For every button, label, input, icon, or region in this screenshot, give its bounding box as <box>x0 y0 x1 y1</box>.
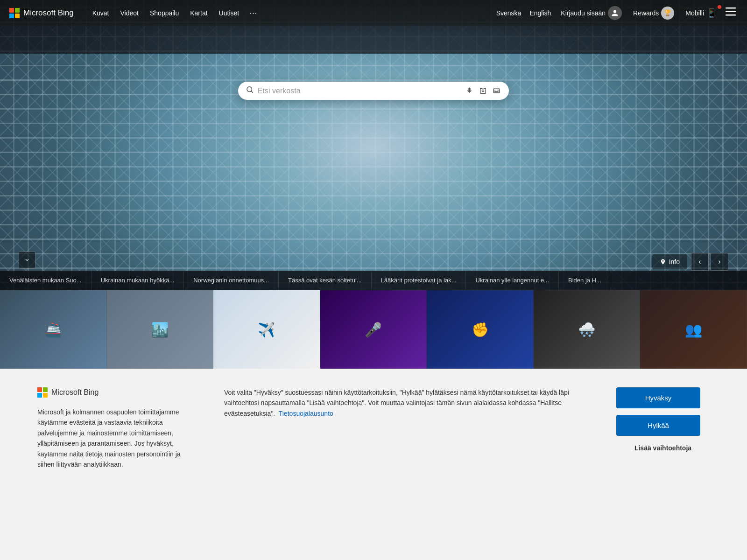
more-options-link[interactable]: Lisää vaihtoehtoja <box>616 444 710 452</box>
cookie-logo-yellow <box>43 393 48 398</box>
cookie-logo-text: Microsoft Bing <box>51 388 99 397</box>
news-card-img-1: 🏙️ <box>107 290 213 369</box>
news-card-5[interactable]: 🌨️ <box>534 290 641 369</box>
info-bar: Info ‹ › <box>652 253 728 271</box>
headline-5[interactable]: Ukrainan ylle langennut e... <box>466 271 559 290</box>
nav-shoppailu[interactable]: Shoppailu <box>145 7 183 20</box>
logo-text: Microsoft Bing <box>23 8 74 18</box>
news-card-4[interactable]: ✊ <box>427 290 534 369</box>
news-cards: 🚢 🏙️ ✈️ 🎤 ✊ 🌨️ 👥 <box>0 290 747 369</box>
microphone-button[interactable] <box>465 86 474 96</box>
keyboard-button[interactable] <box>492 86 501 96</box>
svg-rect-0 <box>726 7 736 9</box>
cookie-left: Microsoft Bing Microsoft ja kolmannen os… <box>37 387 196 469</box>
hero-section: Microsoft Bing Kuvat Videot Shoppailu Ka… <box>0 0 747 369</box>
search-actions <box>465 86 501 96</box>
scroll-down-button[interactable] <box>19 252 35 268</box>
nav-arrows: ‹ › <box>691 253 728 271</box>
info-label: Info <box>669 258 680 266</box>
camera-search-button[interactable] <box>478 86 488 96</box>
news-card-img-3: 🎤 <box>320 290 427 369</box>
signin-label: Kirjaudu sisään <box>561 9 606 17</box>
privacy-policy-link[interactable]: Tietosuojalausunto <box>279 410 333 417</box>
hamburger-menu-icon[interactable] <box>724 6 738 20</box>
accept-button[interactable]: Hyväksy <box>616 387 700 408</box>
svg-rect-2 <box>726 14 736 16</box>
search-box <box>238 82 509 100</box>
nav-more-icon[interactable]: ··· <box>246 6 261 20</box>
cookie-right: Hyväksy Hylkää Lisää vaihtoehtoja <box>616 387 710 452</box>
headline-3[interactable]: Tässä ovat kesän soitetui... <box>279 271 372 290</box>
signin-button[interactable]: Kirjaudu sisään <box>557 4 626 22</box>
logo-green <box>15 8 20 13</box>
avatar-icon <box>608 6 622 20</box>
news-card-img-4: ✊ <box>427 290 533 369</box>
cookie-bing-logo-grid <box>37 387 48 398</box>
decline-button[interactable]: Hylkää <box>616 415 700 436</box>
news-card-6[interactable]: 👥 <box>640 290 747 369</box>
navbar-right: Svenska English Kirjaudu sisään Rewards … <box>493 4 738 22</box>
rewards-trophy-icon: 🏆 <box>661 7 674 20</box>
nav-kartat[interactable]: Kartat <box>185 7 212 20</box>
headline-0[interactable]: Venäläisten mukaan Suo... <box>0 271 92 290</box>
news-card-1[interactable]: 🏙️ <box>107 290 214 369</box>
search-icon <box>246 85 254 96</box>
lang-svenska[interactable]: Svenska <box>493 7 524 19</box>
news-headlines: Venäläisten mukaan Suo... Ukrainan mukaa… <box>0 271 747 290</box>
cookie-middle-body: Voit valita "Hyväksy" suostuessasi näihi… <box>224 389 569 417</box>
mobile-button[interactable]: Mobilli 📱 <box>681 6 721 21</box>
cookie-logo-red <box>37 387 42 392</box>
cookie-section: Microsoft Bing Microsoft ja kolmannen os… <box>0 369 747 560</box>
mobile-phone-icon: 📱 <box>706 8 717 18</box>
bing-logo-grid <box>9 8 20 18</box>
headline-4[interactable]: Lääkärit protestoivat ja lak... <box>372 271 466 290</box>
next-arrow-button[interactable]: › <box>711 253 728 271</box>
news-card-img-0: 🚢 <box>0 290 106 369</box>
info-location-button[interactable]: Info <box>652 254 687 269</box>
news-strip: Venäläisten mukaan Suo... Ukrainan mukaa… <box>0 271 747 369</box>
news-card-0[interactable]: 🚢 <box>0 290 107 369</box>
lang-english[interactable]: English <box>527 7 554 19</box>
nav-kuvat[interactable]: Kuvat <box>88 7 114 20</box>
search-container <box>238 82 509 100</box>
headline-6[interactable]: Biden ja H... <box>559 271 611 290</box>
news-card-img-5: 🌨️ <box>534 290 640 369</box>
mobile-label: Mobilli <box>685 9 704 17</box>
nav-uutiset[interactable]: Uutiset <box>214 7 244 20</box>
rewards-label: Rewards <box>633 9 659 17</box>
cookie-left-text: Microsoft ja kolmannen osapuolen toimitt… <box>37 407 196 469</box>
cookie-middle-text: Voit valita "Hyväksy" suostuessasi näihi… <box>224 387 588 419</box>
logo-blue <box>9 14 14 18</box>
svg-rect-1 <box>726 11 736 13</box>
cookie-middle: Voit valita "Hyväksy" suostuessasi näihi… <box>224 387 588 419</box>
navbar: Microsoft Bing Kuvat Videot Shoppailu Ka… <box>0 0 747 26</box>
news-card-3[interactable]: 🎤 <box>320 290 427 369</box>
people-silhouettes <box>0 26 747 54</box>
cookie-logo-blue <box>37 393 42 398</box>
headline-1[interactable]: Ukrainan mukaan hyökkä... <box>92 271 184 290</box>
news-card-img-6: 👥 <box>640 290 747 369</box>
nav-videot[interactable]: Videot <box>116 7 143 20</box>
rewards-button[interactable]: Rewards 🏆 <box>629 4 678 22</box>
logo-yellow <box>15 14 20 18</box>
cookie-logo-green <box>43 387 48 392</box>
navbar-links: Kuvat Videot Shoppailu Kartat Uutiset ··… <box>88 6 493 20</box>
logo-red <box>9 8 14 13</box>
news-card-img-2: ✈️ <box>213 290 320 369</box>
site-logo[interactable]: Microsoft Bing <box>9 8 74 18</box>
prev-arrow-button[interactable]: ‹ <box>691 253 709 271</box>
news-card-2[interactable]: ✈️ <box>213 290 320 369</box>
search-input[interactable] <box>258 87 461 95</box>
headline-2[interactable]: Norwegianin onnettomuus... <box>184 271 279 290</box>
cookie-logo: Microsoft Bing <box>37 387 196 398</box>
